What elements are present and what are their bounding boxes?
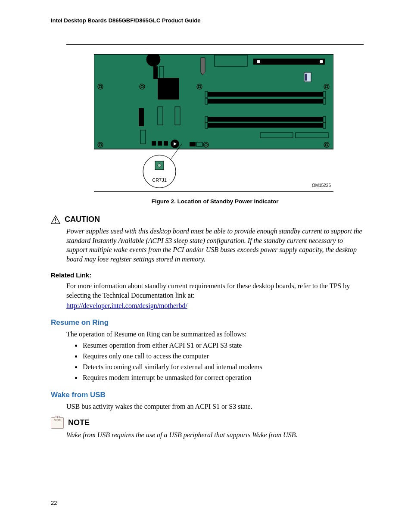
list-item: Requires only one call to access the com… bbox=[82, 351, 364, 362]
svg-rect-37 bbox=[207, 92, 324, 96]
svg-rect-21 bbox=[158, 107, 163, 125]
svg-rect-17 bbox=[159, 66, 164, 79]
wake-from-usb-body: USB bus activity wakes the computer from… bbox=[66, 402, 364, 411]
svg-rect-47 bbox=[205, 122, 208, 128]
svg-rect-19 bbox=[158, 78, 179, 100]
svg-rect-50 bbox=[296, 133, 328, 138]
om-label: OM15225 bbox=[312, 183, 331, 188]
horizontal-rule bbox=[66, 44, 364, 45]
svg-rect-23 bbox=[140, 130, 146, 144]
notepad-icon: NOTE bbox=[51, 417, 64, 429]
related-link-url[interactable]: http://developer.intel.com/design/mother… bbox=[66, 302, 187, 310]
note-heading-row: NOTE NOTE bbox=[51, 417, 364, 429]
svg-rect-32 bbox=[253, 59, 325, 65]
resume-on-ring-list: Resumes operation from either ACPI S1 or… bbox=[82, 340, 364, 383]
svg-rect-18 bbox=[215, 55, 247, 66]
section-wake-from-usb: Wake from USB bbox=[51, 391, 364, 399]
svg-point-33 bbox=[257, 60, 260, 63]
document-page: Intel Desktop Boards D865GBF/D865GLC Pro… bbox=[0, 0, 411, 532]
svg-rect-36 bbox=[305, 74, 307, 81]
svg-rect-41 bbox=[205, 91, 208, 97]
list-item: Resumes operation from either ACPI S1 or… bbox=[82, 340, 364, 351]
svg-point-15 bbox=[146, 54, 160, 66]
svg-rect-45 bbox=[205, 116, 208, 122]
callout-label: CR7J1 bbox=[152, 177, 167, 183]
motherboard-diagram: CR7J1 OM15225 bbox=[94, 54, 333, 192]
svg-rect-24 bbox=[152, 141, 156, 146]
svg-rect-43 bbox=[205, 98, 208, 104]
svg-rect-44 bbox=[323, 98, 326, 104]
related-link-body: For more information about standby curre… bbox=[66, 281, 364, 300]
svg-rect-16 bbox=[153, 66, 158, 79]
caution-heading-row: CAUTION bbox=[51, 215, 364, 224]
svg-point-51 bbox=[143, 155, 176, 188]
note-body: Wake from USB requires the use of a USB … bbox=[66, 430, 364, 440]
svg-rect-42 bbox=[323, 91, 326, 97]
svg-rect-30 bbox=[190, 142, 196, 146]
related-link-heading: Related Link: bbox=[51, 271, 364, 279]
svg-rect-40 bbox=[207, 123, 324, 128]
svg-rect-26 bbox=[164, 141, 168, 146]
svg-rect-46 bbox=[323, 116, 326, 122]
svg-point-34 bbox=[320, 60, 323, 63]
page-header: Intel Desktop Boards D865GBF/D865GLC Pro… bbox=[51, 17, 364, 24]
svg-point-53 bbox=[158, 164, 161, 167]
svg-rect-49 bbox=[260, 133, 293, 138]
figure-motherboard: CR7J1 OM15225 bbox=[94, 54, 364, 194]
caution-triangle-icon bbox=[51, 215, 60, 224]
svg-rect-20 bbox=[139, 108, 144, 126]
svg-rect-31 bbox=[196, 142, 202, 146]
figure-caption: Figure 2. Location of Standby Power Indi… bbox=[66, 198, 364, 205]
note-title: NOTE bbox=[68, 418, 90, 427]
svg-rect-25 bbox=[158, 141, 162, 146]
svg-rect-22 bbox=[175, 107, 180, 125]
list-item: Detects incoming call similarly for exte… bbox=[82, 362, 364, 373]
svg-point-57 bbox=[55, 221, 56, 222]
section-resume-on-ring: Resume on Ring bbox=[51, 318, 364, 327]
list-item: Requires modem interrupt be unmasked for… bbox=[82, 373, 364, 383]
resume-on-ring-intro: The operation of Resume on Ring can be s… bbox=[66, 330, 364, 339]
svg-rect-39 bbox=[207, 117, 324, 121]
page-number: 22 bbox=[51, 500, 57, 506]
svg-rect-38 bbox=[207, 99, 324, 103]
caution-body: Power supplies used with this desktop bo… bbox=[66, 227, 364, 264]
svg-rect-48 bbox=[323, 122, 326, 128]
caution-title: CAUTION bbox=[65, 215, 100, 224]
